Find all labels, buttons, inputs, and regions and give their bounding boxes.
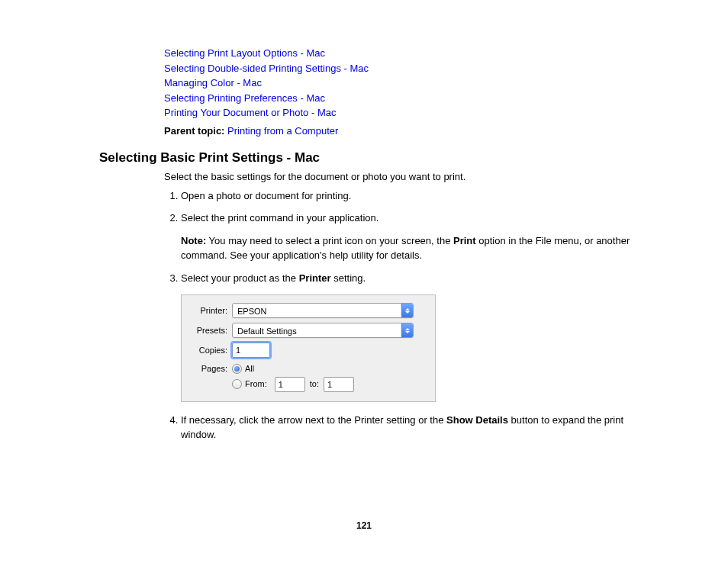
step-4: If necessary, click the arrow next to th… — [181, 413, 637, 442]
steps-list: Open a photo or document for printing. S… — [164, 188, 637, 442]
step-3-text-a: Select your product as the — [181, 272, 299, 284]
parent-topic-label: Parent topic: — [164, 125, 224, 137]
printer-select-value: EPSON — [233, 304, 401, 317]
section-heading: Selecting Basic Print Settings - Mac — [99, 150, 728, 166]
presets-select-value: Default Settings — [233, 323, 401, 337]
step-1: Open a photo or document for printing. — [181, 188, 637, 204]
printer-select[interactable]: EPSON — [232, 303, 414, 318]
mac-print-dialog: Printer: EPSON Presets: Default Settings… — [181, 294, 436, 402]
pages-from-input[interactable] — [275, 377, 305, 392]
dropdown-stepper-icon — [401, 304, 413, 317]
pages-all-label: All — [245, 362, 254, 375]
pages-label: Pages: — [186, 362, 227, 375]
step-2: Select the print command in your applica… — [181, 211, 637, 263]
step-3: Select your product as the Printer setti… — [181, 271, 637, 402]
step-4-text-a: If necessary, click the arrow next to th… — [181, 414, 446, 426]
step-2-text: Select the print command in your applica… — [181, 212, 378, 224]
pages-from-radio[interactable]: From: — [232, 378, 267, 391]
link-printing-preferences[interactable]: Selecting Printing Preferences - Mac — [164, 91, 637, 106]
related-links-block: Selecting Print Layout Options - Mac Sel… — [164, 46, 637, 137]
intro-text: Select the basic settings for the docume… — [164, 170, 637, 184]
copies-input[interactable] — [232, 343, 270, 358]
printer-label: Printer: — [186, 304, 227, 317]
link-managing-color[interactable]: Managing Color - Mac — [164, 76, 637, 91]
note-label: Note: — [181, 235, 206, 246]
parent-topic-link[interactable]: Printing from a Computer — [227, 125, 338, 137]
note-block: Note: You may need to select a print ico… — [181, 233, 637, 263]
pages-to-input[interactable] — [324, 377, 354, 392]
pages-to-label: to: — [310, 378, 319, 391]
dropdown-stepper-icon — [401, 323, 413, 337]
link-double-sided[interactable]: Selecting Double-sided Printing Settings… — [164, 61, 637, 76]
pages-all-radio[interactable]: All — [232, 362, 254, 375]
presets-label: Presets: — [186, 324, 227, 337]
presets-select[interactable]: Default Settings — [232, 323, 414, 338]
link-print-layout[interactable]: Selecting Print Layout Options - Mac — [164, 46, 637, 61]
link-printing-document[interactable]: Printing Your Document or Photo - Mac — [164, 105, 637, 121]
parent-topic: Parent topic: Printing from a Computer — [164, 125, 637, 137]
page-number: 121 — [0, 520, 728, 531]
step-4-bold: Show Details — [446, 414, 508, 426]
pages-from-label: From: — [245, 378, 267, 391]
step-3-text-b: setting. — [331, 272, 366, 284]
note-bold-print: Print — [453, 235, 476, 246]
step-3-bold: Printer — [299, 272, 331, 284]
copies-label: Copies: — [186, 344, 227, 357]
note-text-1: You may need to select a print icon on y… — [206, 235, 453, 246]
